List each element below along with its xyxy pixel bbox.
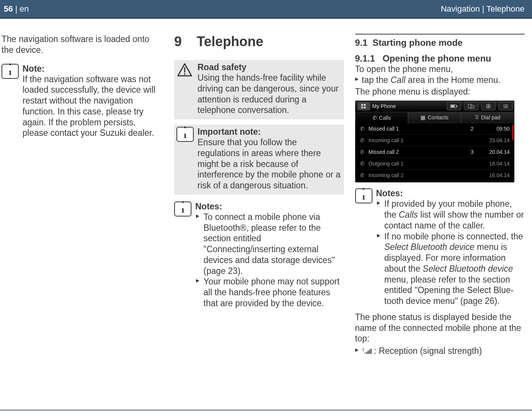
svg-rect-4 — [364, 104, 366, 106]
call-row-label: Missed call 1 — [369, 126, 465, 132]
call-type-icon: ✆ — [358, 172, 366, 178]
reception-label: : Reception (signal strength) — [372, 346, 482, 356]
tap-area-name: Call — [390, 75, 405, 85]
warning-icon — [176, 62, 193, 77]
page: 56 | en Navigation | Telephone The navig… — [0, 0, 532, 415]
notes2-item2-suffix: menu, please refer to the section entitl… — [384, 275, 514, 306]
phone-call-row[interactable]: ✆Missed call 2320.04.14 — [355, 146, 514, 158]
call-row-count: 3 — [465, 149, 480, 155]
column-middle: 9 Telephone Road safety Using the han — [174, 34, 344, 358]
svg-rect-3 — [361, 104, 363, 106]
call-row-label: Incoming call 2 — [369, 172, 465, 178]
status-line: The phone status is displayed beside the… — [355, 312, 525, 344]
header-language: en — [20, 4, 29, 14]
section-title: Starting phone mode — [372, 38, 463, 48]
call-type-icon: ✆ — [358, 137, 366, 143]
phone-call-row[interactable]: ✆Incoming call 123.04.14 — [355, 135, 514, 146]
tap-step: tap the Call area in the Home menu. — [362, 75, 525, 86]
svg-marker-13 — [505, 105, 507, 107]
breadcrumb: Navigation | Telephone — [441, 4, 524, 14]
subsection-number: 9.1.1 — [355, 53, 375, 63]
header-left: 56 | en — [4, 4, 29, 14]
info-icon-cell: ı — [355, 188, 372, 307]
svg-rect-10 — [468, 104, 472, 108]
road-safety-title: Road safety — [197, 62, 341, 72]
column-right: 9.1 Starting phone mode 9.1.1 Opening th… — [355, 34, 525, 358]
notes2-item2-ital1: Select Bluetooth device — [384, 242, 475, 252]
signal-icon: T — [362, 346, 372, 357]
note-title: Note: — [23, 64, 163, 74]
warning-icon-cell — [176, 62, 194, 116]
phone-call-list: ✆Missed call 1209:50✆Incoming call 123.0… — [355, 123, 514, 181]
notes2-callout: ı Notes: If provided by your mobile phon… — [355, 188, 525, 307]
info-icon: ı — [355, 188, 372, 203]
svg-rect-6 — [364, 107, 366, 108]
chapter-number: 9 — [174, 34, 193, 50]
notes-callout: ı Notes: To connect a mobile phone via B… — [174, 201, 344, 309]
status-icon-list: T : Reception (signal strength) — [355, 346, 525, 357]
phone-home-icon[interactable] — [357, 102, 370, 110]
content-columns: The navigation software is loaded onto t… — [0, 19, 532, 365]
notes2-title: Notes: — [376, 188, 525, 198]
section-number: 9.1 — [355, 38, 368, 48]
svg-rect-17 — [368, 351, 369, 354]
svg-rect-11 — [470, 105, 474, 108]
phone-tabs: ✆ Calls ▦ Contacts ⠿ Dial pad — [355, 112, 514, 123]
tab-calls[interactable]: ✆ Calls — [355, 112, 408, 123]
eject-icon[interactable] — [499, 102, 513, 110]
note-body: If the navigation software was not loade… — [23, 74, 163, 139]
important-note-title: Important note: — [197, 127, 341, 137]
svg-rect-5 — [361, 107, 363, 108]
section-divider — [355, 34, 525, 35]
phone-call-row[interactable]: ✆Missed call 1209:50 — [355, 123, 514, 135]
notes2-item2-prefix: If no mobile phone is connected, the — [384, 232, 523, 241]
call-row-time: 20.04.14 — [480, 149, 510, 155]
tab-contacts-label: Contacts — [428, 114, 448, 120]
info-icon: ı — [174, 201, 191, 217]
call-type-icon: ✆ — [358, 149, 366, 155]
chapter-heading: 9 Telephone — [174, 34, 344, 50]
dialpad-icon: ⠿ — [475, 114, 479, 120]
subsection-heading: 9.1.1 Opening the phone menu — [355, 53, 525, 64]
important-note-callout: ı Important note: Ensure that you follow… — [174, 125, 344, 195]
phone-icon: ✆ — [372, 115, 377, 121]
notes-item: To connect a mobile phone via Bluetooth®… — [203, 212, 344, 277]
notes-title: Notes: — [195, 201, 344, 212]
info-icon-cell: ı — [176, 127, 194, 191]
tap-suffix: area in the Home menu. — [405, 75, 500, 85]
call-row-time: 23.04.14 — [480, 137, 510, 143]
section-heading: 9.1 Starting phone mode — [355, 38, 525, 48]
call-type-icon: ✆ — [358, 126, 366, 132]
info-icon: ı — [2, 64, 19, 79]
tap-prefix: tap the — [362, 75, 391, 85]
info-icon-cell: ı — [2, 64, 19, 139]
call-row-label: Missed call 2 — [369, 149, 465, 155]
page-header: 56 | en Navigation | Telephone — [0, 0, 532, 19]
tab-contacts[interactable]: ▦ Contacts — [408, 112, 461, 123]
page-number: 56 — [4, 4, 13, 14]
header-separator: | — [13, 4, 20, 14]
phone-call-row[interactable]: ✆Incoming call 216.04.14 — [355, 170, 514, 181]
note-text: Note: If the navigation software was not… — [23, 64, 163, 139]
road-safety-text: Road safety Using the hands-free facilit… — [197, 62, 341, 116]
call-row-time: 16.04.14 — [480, 172, 510, 178]
note-callout: ı Note: If the navigation software was n… — [2, 64, 163, 139]
svg-text:T: T — [362, 348, 365, 352]
svg-rect-9 — [451, 105, 455, 107]
phone-scrollbar[interactable] — [512, 125, 514, 140]
tab-calls-label: Calls — [379, 115, 391, 121]
phone-call-row[interactable]: ✆Outgoing call 118.04.14 — [355, 158, 514, 170]
svg-point-15 — [364, 352, 365, 353]
tab-dialpad[interactable]: ⠿ Dial pad — [461, 112, 514, 123]
phone-title: My Phone — [372, 103, 445, 109]
intro-text: The navigation software is loaded onto t… — [2, 34, 163, 56]
split-icon[interactable] — [464, 102, 478, 110]
call-row-time: 09:50 — [480, 126, 510, 132]
notes2-text: Notes: If provided by your mobile phone,… — [376, 188, 525, 307]
road-safety-callout: Road safety Using the hands-free facilit… — [174, 60, 344, 119]
call-row-time: 18.04.14 — [480, 161, 510, 167]
contacts-icon: ▦ — [420, 114, 425, 120]
important-note-text: Important note: Ensure that you follow t… — [197, 127, 341, 191]
displayed-line: The phone menu is displayed: — [355, 86, 525, 97]
circle-a-icon[interactable]: Ⓐ — [481, 102, 496, 110]
